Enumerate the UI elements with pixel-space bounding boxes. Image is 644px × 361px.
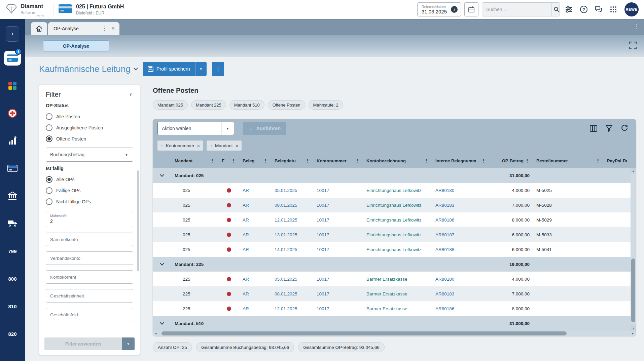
column-menu-icon[interactable]: ⋮ xyxy=(210,158,215,163)
group-collapse-icon[interactable] xyxy=(153,174,171,177)
op-analyse-page-chip[interactable]: OP-Analyse xyxy=(43,40,109,51)
cell-interne[interactable]: AR80186 xyxy=(432,217,489,223)
cell-belegdatum[interactable]: 12.01.2025 xyxy=(271,217,313,223)
sort-chip-kontonummer[interactable]: ↑ Kontonummer × xyxy=(157,141,203,151)
cell-kontobezeichnung[interactable]: Barmer Ersatzkasse xyxy=(363,277,432,282)
column-menu-icon[interactable]: ⋮ xyxy=(596,158,600,163)
scroll-up-icon[interactable]: ▲ xyxy=(631,168,636,173)
sidebar-item-800[interactable]: 800 xyxy=(0,265,25,292)
profile-selector[interactable]: Kaufmännische Leitung xyxy=(39,64,138,74)
search-input[interactable] xyxy=(482,3,551,16)
tabstrip-menu-icon[interactable]: ⋮ xyxy=(634,23,639,30)
filter-chip-mandant-025[interactable]: Mandant 025 xyxy=(153,100,188,110)
apply-filter-button[interactable]: Filter anwenden xyxy=(44,337,122,350)
cell-beleg[interactable]: AR xyxy=(239,232,271,237)
cell-belegdatum[interactable]: 05.01.2025 xyxy=(271,188,313,193)
cell-beleg[interactable]: AR xyxy=(239,291,271,296)
cell-kontobezeichnung[interactable]: Barmer Ersatzkasse xyxy=(363,306,432,311)
cell-kontonummer[interactable]: 10017 xyxy=(313,203,363,208)
cell-interne[interactable]: AR80183 xyxy=(432,203,489,208)
cell-kontonummer[interactable]: 10017 xyxy=(313,217,363,223)
column-header-op_betrag[interactable]: OP-Betrag⋮ xyxy=(489,153,533,168)
geschaeftseinheit-input[interactable] xyxy=(46,289,133,303)
cell-interne[interactable]: AR80187 xyxy=(432,232,489,237)
cell-kontonummer[interactable]: 10017 xyxy=(313,306,363,311)
cell-beleg[interactable]: AR xyxy=(239,306,271,311)
radio-offene-posten[interactable]: Offene Posten xyxy=(46,133,133,144)
cell-kontobezeichnung[interactable]: Barmer Ersatzkasse xyxy=(363,291,432,296)
cell-interne[interactable]: AR80180 xyxy=(432,277,489,282)
filter-chip-offene-posten[interactable]: Offene Posten xyxy=(268,100,305,110)
sidebar-item-reports[interactable] xyxy=(0,127,25,155)
sidebar-item-bank[interactable] xyxy=(0,182,25,210)
group-collapse-icon[interactable] xyxy=(153,322,171,325)
horizontal-scrollbar[interactable]: ◄ ► xyxy=(153,331,636,336)
cell-kontobezeichnung[interactable]: Einrichtungshaus Lefkowitz xyxy=(363,203,432,208)
column-menu-icon[interactable]: ⋮ xyxy=(525,158,530,163)
user-avatar[interactable]: REWE xyxy=(624,2,639,16)
vertical-scroll-thumb[interactable] xyxy=(631,258,635,322)
cell-belegdatum[interactable]: 05.01.2025 xyxy=(271,277,313,282)
sidebar-item-op-management[interactable]: 1 xyxy=(0,44,25,72)
vertical-scrollbar[interactable]: ▲ ▼ xyxy=(631,168,636,331)
group-collapse-icon[interactable] xyxy=(153,263,171,266)
column-menu-icon[interactable]: ⋮ xyxy=(355,158,360,163)
sidebar-item-logistics[interactable] xyxy=(0,210,25,237)
tab-menu-icon[interactable]: ⋮ xyxy=(101,26,108,32)
sidebar-item-health[interactable] xyxy=(0,99,25,127)
buchungsbetrag-select[interactable]: Buchungsbetrag ▾ xyxy=(46,148,133,162)
sidebar-item-820[interactable]: 820 xyxy=(0,320,25,348)
table-row[interactable]: 025AR13.01.202510017Einrichtungshaus Lef… xyxy=(153,227,631,242)
apply-filter-dropdown[interactable]: ▾ xyxy=(122,337,135,350)
horizontal-scroll-track[interactable] xyxy=(159,331,630,336)
sort-chip-mandant[interactable]: ↑ Mandant × xyxy=(207,141,242,151)
column-menu-icon[interactable]: ⋮ xyxy=(424,158,429,163)
cell-kontobezeichnung[interactable]: Einrichtungshaus Lefkowitz xyxy=(363,232,432,237)
remove-chip-icon[interactable]: × xyxy=(236,143,239,149)
execute-button[interactable]: → Ausführen xyxy=(243,122,286,135)
column-header-interne[interactable]: Interne Belegnumm...⋮ xyxy=(432,153,489,168)
cell-belegdatum[interactable]: 14.01.2025 xyxy=(271,247,313,252)
horizontal-scroll-thumb[interactable] xyxy=(162,331,567,335)
remove-chip-icon[interactable]: × xyxy=(197,143,200,149)
cell-kontobezeichnung[interactable]: Einrichtungshaus Lefkowitz xyxy=(363,217,432,223)
chat-icon[interactable] xyxy=(593,4,604,15)
cell-beleg[interactable]: AR xyxy=(239,188,271,193)
table-row[interactable]: 025AR12.01.202510017Einrichtungshaus Lef… xyxy=(153,212,631,227)
cell-beleg[interactable]: AR xyxy=(239,217,271,223)
sidebar-item-modules[interactable] xyxy=(0,72,25,99)
sidebar-item-799[interactable]: 799 xyxy=(0,237,25,265)
filter-collapse-icon[interactable]: ‹ xyxy=(128,90,133,99)
info-icon[interactable]: i xyxy=(451,6,458,13)
cell-kontonummer[interactable]: 10017 xyxy=(313,277,363,282)
radio-faellige-ops[interactable]: Fällige OPs xyxy=(46,185,133,196)
cell-kontonummer[interactable]: 10017 xyxy=(313,232,363,237)
column-header-kontobezeichnung[interactable]: Kontobezeichnung⋮ xyxy=(363,153,432,168)
cell-kontonummer[interactable]: 10017 xyxy=(313,247,363,252)
group-row[interactable]: Mandant: 02531.000,00 xyxy=(153,168,631,183)
table-row[interactable]: 225AR05.01.202510017Barmer ErsatzkasseAR… xyxy=(153,272,631,286)
column-header-mandant[interactable]: Mandant⋮ xyxy=(171,153,218,168)
column-menu-icon[interactable]: ⋮ xyxy=(231,158,236,163)
cell-kontonummer[interactable]: 10017 xyxy=(313,291,363,296)
settings-sliders-icon[interactable] xyxy=(563,4,575,15)
column-menu-icon[interactable]: ⋮ xyxy=(305,158,310,163)
cell-beleg[interactable]: AR xyxy=(239,247,271,252)
cell-belegdatum[interactable]: 08.01.2025 xyxy=(271,291,313,296)
vertical-scroll-track[interactable] xyxy=(631,173,636,325)
column-header-kontonummer[interactable]: Kontonummer⋮ xyxy=(313,153,363,168)
cell-kontobezeichnung[interactable]: Einrichtungshaus Lefkowitz xyxy=(363,188,432,193)
column-header-belegdatum[interactable]: Belegdatu...⋮ xyxy=(271,153,313,168)
column-header-beleg[interactable]: Beleg...⋮ xyxy=(239,153,271,168)
table-row[interactable]: 225AR08.01.202510017Barmer ErsatzkasseAR… xyxy=(153,286,631,301)
column-menu-icon[interactable]: ⋮ xyxy=(481,158,486,163)
filter-chip-mandant-225[interactable]: Mandant 225 xyxy=(191,100,226,110)
action-select[interactable]: Aktion wählen ▾ xyxy=(157,122,234,135)
scroll-right-icon[interactable]: ► xyxy=(630,332,636,335)
cell-beleg[interactable]: AR xyxy=(239,203,271,208)
kontokorrent-input[interactable] xyxy=(46,270,133,284)
column-chooser-icon[interactable] xyxy=(589,124,598,132)
cell-kontobezeichnung[interactable]: Einrichtungshaus Lefkowitz xyxy=(363,247,432,252)
radio-alle-posten[interactable]: Alle Posten xyxy=(46,111,133,122)
cell-interne[interactable]: AR80186 xyxy=(432,306,489,311)
